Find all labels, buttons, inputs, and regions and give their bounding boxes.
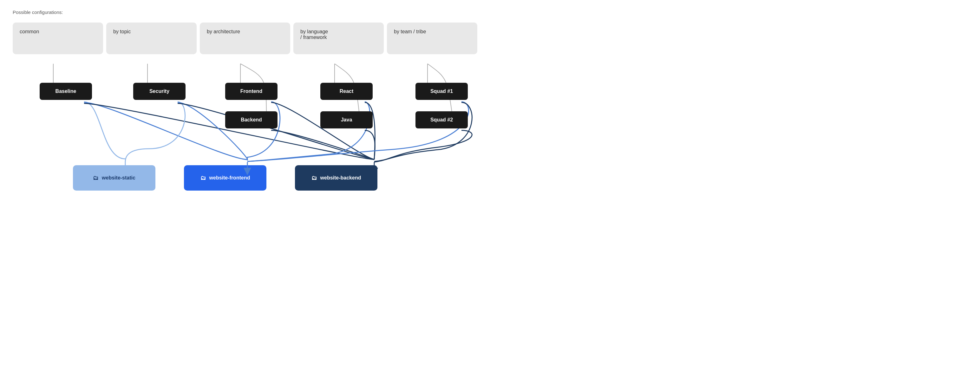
folder-icon-backend: 🗂	[312, 175, 317, 181]
category-by-topic: by topic	[106, 22, 197, 54]
category-common: common	[13, 22, 103, 54]
output-website-backend: 🗂 website-backend	[295, 165, 377, 190]
node-frontend: Frontend	[225, 83, 277, 100]
node-react: React	[320, 83, 373, 100]
node-squad1: Squad #1	[415, 83, 468, 100]
diagram-container: common by topic by architecture by langu…	[13, 22, 477, 190]
output-website-frontend: 🗂 website-frontend	[184, 165, 266, 190]
category-by-team: by team / tribe	[387, 22, 477, 54]
category-by-language: by language/ framework	[293, 22, 384, 54]
categories-row: common by topic by architecture by langu…	[13, 22, 477, 54]
page-wrapper: Possible configurations: common by topic…	[13, 10, 477, 190]
nodes-section: Baseline Security Frontend Backend React…	[13, 57, 477, 165]
folder-icon-static: 🗂	[93, 175, 99, 181]
output-website-static: 🗂 website-static	[73, 165, 155, 190]
node-squad2: Squad #2	[415, 111, 468, 129]
outputs-row: 🗂 website-static 🗂 website-frontend 🗂 we…	[13, 165, 477, 190]
category-by-architecture: by architecture	[200, 22, 290, 54]
node-java: Java	[320, 111, 373, 129]
by-language-text: by language/ framework	[300, 29, 328, 40]
node-security: Security	[133, 83, 186, 100]
node-backend: Backend	[225, 111, 277, 129]
possible-configs-label: Possible configurations:	[13, 10, 477, 15]
folder-icon-frontend: 🗂	[200, 175, 206, 181]
node-baseline: Baseline	[40, 83, 92, 100]
